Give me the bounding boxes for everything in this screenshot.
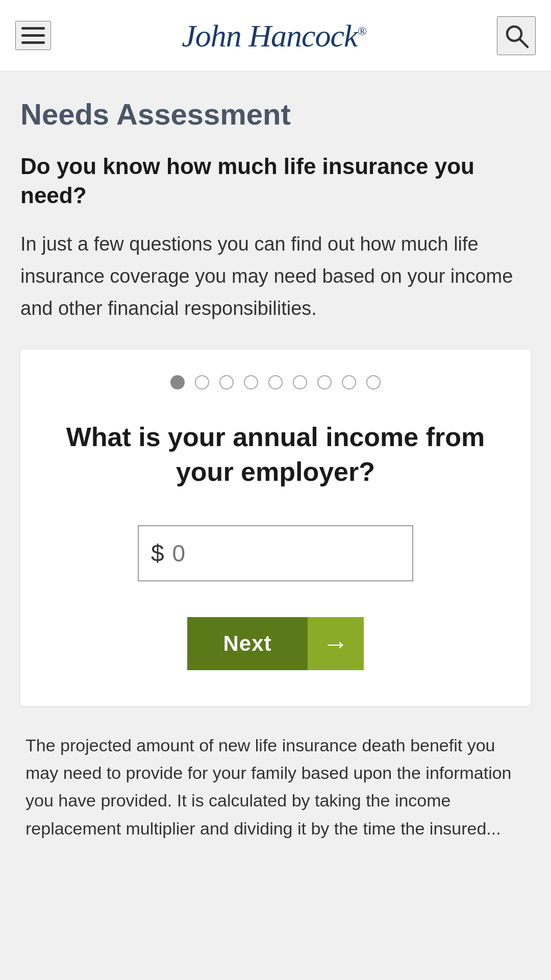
income-input-wrapper: $ (138, 525, 413, 581)
next-button-label: Next (187, 617, 307, 670)
main-content: Needs Assessment Do you know how much li… (0, 71, 551, 873)
menu-button[interactable] (15, 21, 51, 50)
step-dot-6[interactable] (293, 375, 307, 389)
question-text: What is your annual income from your emp… (46, 420, 505, 489)
next-button-arrow-icon: → (308, 617, 364, 670)
search-button[interactable] (497, 16, 536, 55)
header: John Hancock® (0, 0, 551, 71)
step-dot-7[interactable] (317, 375, 332, 389)
income-input[interactable] (172, 540, 465, 567)
step-dot-1[interactable] (170, 375, 185, 389)
assessment-card: What is your annual income from your emp… (20, 350, 531, 705)
page-title: Needs Assessment (20, 97, 531, 131)
intro-body: In just a few questions you can find out… (20, 228, 531, 324)
step-dot-2[interactable] (195, 375, 209, 389)
next-button[interactable]: Next → (187, 617, 363, 670)
footer-note: The projected amount of new life insuran… (20, 731, 531, 843)
next-button-wrapper: Next → (46, 617, 505, 670)
step-dot-4[interactable] (244, 375, 258, 389)
logo-registered: ® (358, 24, 366, 38)
step-dot-3[interactable] (219, 375, 234, 389)
logo-text: John Hancock® (182, 20, 366, 52)
logo: John Hancock® (51, 20, 497, 52)
intro-heading: Do you know how much life insurance you … (20, 152, 531, 210)
search-icon (503, 22, 530, 49)
step-dot-5[interactable] (268, 375, 283, 389)
svg-line-1 (519, 39, 528, 47)
step-dots (46, 375, 505, 389)
step-dot-8[interactable] (342, 375, 356, 389)
step-dot-9[interactable] (366, 375, 381, 389)
currency-symbol: $ (151, 540, 164, 567)
